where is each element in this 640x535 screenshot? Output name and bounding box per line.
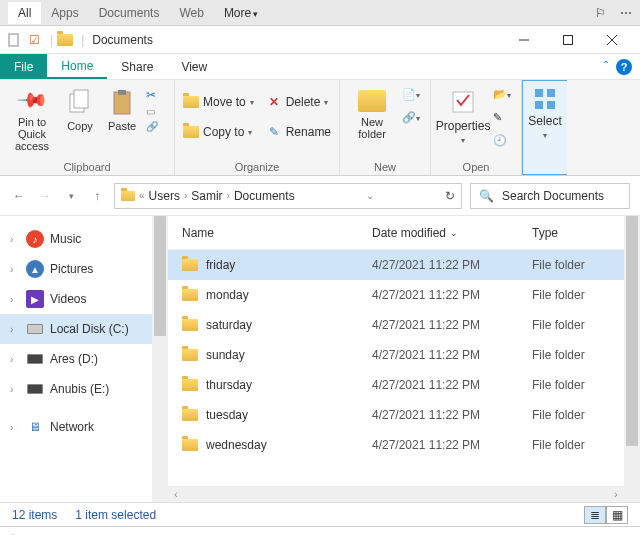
tree-item-ares[interactable]: ›Ares (D:) (0, 344, 152, 374)
more-options-icon[interactable]: ⋯ (620, 6, 632, 20)
easy-access-icon[interactable]: 🔗▾ (402, 111, 422, 124)
copy-button[interactable]: Copy (62, 84, 98, 132)
selected-count: 1 item selected (75, 508, 156, 522)
new-item-icon[interactable]: 📄▾ (402, 88, 422, 101)
file-type: File folder (532, 378, 624, 392)
copy-path-icon[interactable]: ▭ (146, 106, 166, 117)
thumbnails-view-button[interactable]: ▦ (606, 506, 628, 524)
chevron-right-icon[interactable]: « (139, 190, 145, 201)
tree-item-anubis[interactable]: ›Anubis (E:) (0, 374, 152, 404)
breadcrumb-users[interactable]: Users (149, 189, 180, 203)
file-row[interactable]: tuesday4/27/2021 11:22 PMFile folder (168, 400, 624, 430)
delete-button[interactable]: ✕Delete▾ (266, 94, 331, 110)
file-type: File folder (532, 258, 624, 272)
feedback-icon[interactable]: ⚐ (595, 6, 606, 20)
svg-rect-2 (564, 35, 573, 44)
pin-quick-access-button[interactable]: 📌 Pin to Quick access (8, 84, 56, 152)
tree-scrollbar[interactable] (152, 216, 168, 502)
ribbon-tab-home[interactable]: Home (47, 54, 107, 79)
drive-icon (26, 320, 44, 338)
address-bar[interactable]: « Users › Samir › Documents ⌄ ↻ (114, 183, 462, 209)
select-button[interactable]: Select▾ (525, 83, 565, 141)
column-name[interactable]: Name (182, 226, 372, 240)
file-small-icon[interactable] (6, 32, 22, 48)
up-button[interactable]: ↑ (88, 189, 106, 203)
search-input-bar: 🔍 (0, 526, 640, 535)
back-button[interactable]: ← (10, 189, 28, 203)
group-open-label: Open (439, 159, 513, 173)
content-area: ›♪Music ›▲Pictures ›▶Videos ›Local Disk … (0, 216, 640, 502)
file-date: 4/27/2021 11:22 PM (372, 438, 532, 452)
ribbon-tab-view[interactable]: View (167, 54, 221, 79)
tree-item-local-disk[interactable]: ›Local Disk (C:) (0, 314, 152, 344)
forward-button[interactable]: → (36, 189, 54, 203)
svg-rect-11 (547, 89, 555, 97)
videos-icon: ▶ (26, 290, 44, 308)
tree-item-pictures[interactable]: ›▲Pictures (0, 254, 152, 284)
breadcrumb-samir[interactable]: Samir (191, 189, 222, 203)
file-name: saturday (206, 318, 252, 332)
chevron-down-icon[interactable]: ⌄ (366, 190, 374, 201)
copy-to-button[interactable]: Copy to▾ (183, 124, 254, 140)
chevron-right-icon[interactable]: › (184, 190, 187, 201)
ribbon-tab-file[interactable]: File (0, 54, 47, 79)
file-row[interactable]: thursday4/27/2021 11:22 PMFile folder (168, 370, 624, 400)
folder-icon (182, 259, 198, 271)
file-row[interactable]: wednesday4/27/2021 11:22 PMFile folder (168, 430, 624, 460)
ribbon-tab-share[interactable]: Share (107, 54, 167, 79)
horizontal-scrollbar[interactable]: ‹› (168, 486, 624, 502)
tab-more[interactable]: More▾ (214, 2, 268, 24)
files-scrollbar[interactable] (624, 216, 640, 502)
move-to-icon (183, 94, 199, 110)
chevron-right-icon[interactable]: › (227, 190, 230, 201)
maximize-button[interactable] (546, 26, 590, 54)
search-placeholder: Search Documents (502, 189, 604, 203)
music-icon: ♪ (26, 230, 44, 248)
help-icon[interactable]: ? (616, 59, 632, 75)
search-box[interactable]: 🔍 Search Documents (470, 183, 630, 209)
folder-small-icon (57, 32, 73, 48)
tab-all[interactable]: All (8, 2, 41, 24)
paste-button[interactable]: Paste (104, 84, 140, 132)
column-headers: Name Date modified⌄ Type (168, 216, 624, 250)
new-folder-icon (358, 90, 386, 112)
file-date: 4/27/2021 11:22 PM (372, 378, 532, 392)
properties-button[interactable]: Properties ▾ (439, 84, 487, 146)
rename-button[interactable]: ✎Rename (266, 124, 331, 140)
network-icon: 🖥 (26, 418, 44, 436)
group-organize-label: Organize (183, 159, 331, 173)
tab-documents[interactable]: Documents (89, 2, 170, 24)
details-view-button[interactable]: ≣ (584, 506, 606, 524)
edit-icon[interactable]: ✎ (493, 111, 513, 124)
column-type[interactable]: Type (532, 226, 624, 240)
tree-item-music[interactable]: ›♪Music (0, 224, 152, 254)
file-row[interactable]: monday4/27/2021 11:22 PMFile folder (168, 280, 624, 310)
breadcrumb-documents[interactable]: Documents (234, 189, 295, 203)
new-folder-button[interactable]: New folder (348, 84, 396, 140)
file-list: Name Date modified⌄ Type friday4/27/2021… (168, 216, 624, 502)
cut-icon[interactable]: ✂ (146, 88, 166, 102)
copy-to-icon (183, 124, 199, 140)
tab-web[interactable]: Web (169, 2, 213, 24)
move-to-button[interactable]: Move to▾ (183, 94, 254, 110)
tab-apps[interactable]: Apps (41, 2, 88, 24)
minimize-button[interactable] (502, 26, 546, 54)
refresh-button[interactable]: ↻ (445, 189, 455, 203)
file-row[interactable]: saturday4/27/2021 11:22 PMFile folder (168, 310, 624, 340)
folder-icon (121, 191, 135, 201)
column-date[interactable]: Date modified⌄ (372, 226, 532, 240)
file-row[interactable]: friday4/27/2021 11:22 PMFile folder (168, 250, 624, 280)
paste-shortcut-icon[interactable]: 🔗 (146, 121, 166, 132)
open-icon[interactable]: 📂▾ (493, 88, 513, 101)
group-clipboard-label: Clipboard (8, 159, 166, 173)
collapse-ribbon-icon[interactable]: ˆ (604, 54, 608, 79)
history-icon[interactable]: 🕘 (493, 134, 513, 147)
file-row[interactable]: sunday4/27/2021 11:22 PMFile folder (168, 340, 624, 370)
check-small-icon[interactable]: ☑ (26, 32, 42, 48)
file-name: monday (206, 288, 249, 302)
file-name: friday (206, 258, 235, 272)
recent-locations-button[interactable]: ▾ (62, 191, 80, 201)
tree-item-videos[interactable]: ›▶Videos (0, 284, 152, 314)
tree-item-network[interactable]: ›🖥Network (0, 412, 152, 442)
close-button[interactable] (590, 26, 634, 54)
